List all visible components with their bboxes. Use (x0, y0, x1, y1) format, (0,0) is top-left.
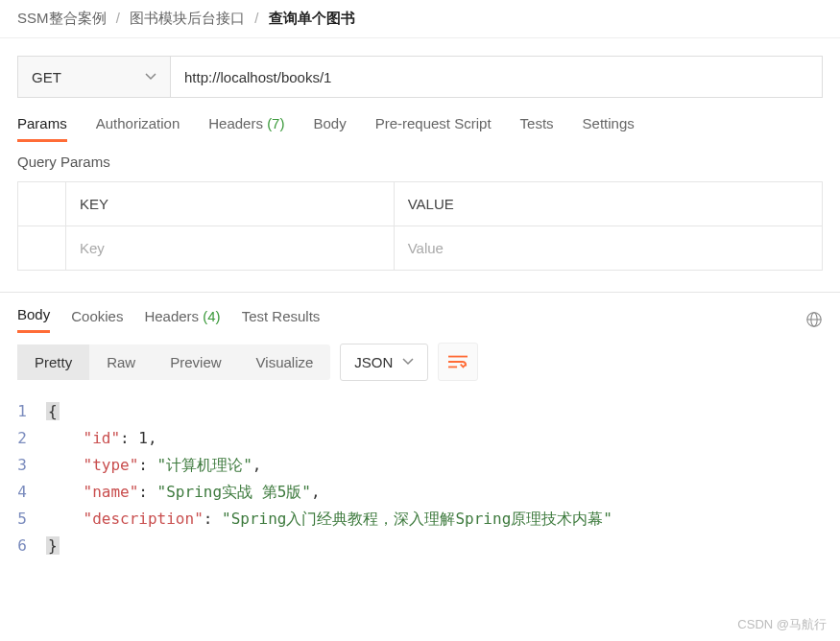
request-bar: GET (17, 56, 823, 98)
tab-settings[interactable]: Settings (583, 115, 635, 142)
view-preview[interactable]: Preview (153, 344, 238, 380)
key-cell[interactable]: Key (66, 226, 395, 271)
breadcrumb: SSM整合案例 / 图书模块后台接口 / 查询单个图书 (0, 0, 840, 38)
value-header: VALUE (394, 182, 822, 226)
breadcrumb-level2[interactable]: 图书模块后台接口 (130, 10, 245, 26)
code-content: "type": "计算机理论", (46, 452, 262, 479)
format-label: JSON (354, 354, 393, 370)
code-line: 4 "name": "Spring实战 第5版", (17, 479, 823, 506)
method-label: GET (32, 69, 61, 85)
resp-tab-tests[interactable]: Test Results (242, 308, 321, 332)
request-tabs: Params Authorization Headers (7) Body Pr… (0, 98, 840, 142)
table-header-row: KEY VALUE (18, 182, 823, 226)
code-line: 5 "description": "Spring入门经典教程，深入理解Sprin… (17, 506, 823, 533)
tab-headers[interactable]: Headers (7) (208, 115, 284, 142)
wrap-icon (448, 354, 468, 369)
breadcrumb-current: 查询单个图书 (269, 10, 355, 26)
resp-tab-headers[interactable]: Headers (4) (144, 308, 220, 332)
line-number: 4 (17, 479, 46, 506)
resp-tab-cookies[interactable]: Cookies (71, 308, 123, 332)
view-raw[interactable]: Raw (89, 344, 153, 380)
value-cell[interactable]: Value (394, 226, 822, 271)
response-tabs: Body Cookies Headers (4) Test Results (0, 293, 840, 333)
params-table: KEY VALUE Key Value (17, 181, 823, 271)
code-line: 3 "type": "计算机理论", (17, 452, 823, 479)
code-line: 1 { (17, 398, 823, 425)
tab-authorization[interactable]: Authorization (96, 115, 180, 142)
chevron-down-icon (402, 358, 414, 366)
breadcrumb-sep: / (254, 10, 258, 26)
line-number: 3 (17, 452, 46, 479)
response-body[interactable]: 1 { 2 "id": 1, 3 "type": "计算机理论", 4 "nam… (0, 391, 840, 567)
line-number: 6 (17, 533, 46, 559)
tab-params[interactable]: Params (17, 115, 67, 142)
tab-body[interactable]: Body (313, 115, 346, 142)
tab-headers-label: Headers (208, 115, 263, 131)
code-content: } (46, 533, 60, 559)
view-pretty[interactable]: Pretty (17, 344, 89, 380)
watermark: CSDN @马航行 (737, 616, 827, 633)
row-checkbox[interactable] (18, 226, 66, 271)
chevron-down-icon (145, 73, 156, 81)
resp-headers-label: Headers (144, 308, 199, 324)
view-visualize[interactable]: Visualize (239, 344, 331, 380)
line-number: 5 (17, 506, 46, 533)
tab-tests[interactable]: Tests (520, 115, 554, 142)
tab-headers-count: (7) (267, 115, 284, 131)
table-row[interactable]: Key Value (18, 226, 823, 271)
wrap-button[interactable] (438, 343, 478, 381)
code-content: "id": 1, (46, 425, 157, 452)
resp-headers-count: (4) (203, 308, 220, 324)
checkbox-header (18, 182, 66, 226)
code-content: { (46, 398, 60, 425)
code-line: 6 } (17, 533, 823, 559)
query-params-label: Query Params (0, 142, 840, 181)
code-content: "name": "Spring实战 第5版", (46, 479, 321, 506)
breadcrumb-level1[interactable]: SSM整合案例 (17, 10, 107, 26)
format-select[interactable]: JSON (340, 344, 428, 381)
url-input[interactable] (171, 56, 823, 98)
breadcrumb-sep: / (116, 10, 120, 26)
tab-prerequest[interactable]: Pre-request Script (375, 115, 492, 142)
method-select[interactable]: GET (17, 56, 171, 98)
code-content: "description": "Spring入门经典教程，深入理解Spring原… (46, 506, 612, 533)
key-header: KEY (66, 182, 395, 226)
code-line: 2 "id": 1, (17, 425, 823, 452)
view-bar: Pretty Raw Preview Visualize JSON (0, 333, 840, 391)
resp-tab-body[interactable]: Body (17, 306, 50, 333)
line-number: 1 (17, 398, 46, 425)
globe-icon[interactable] (805, 311, 823, 328)
view-tabs: Pretty Raw Preview Visualize (17, 344, 330, 380)
line-number: 2 (17, 425, 46, 452)
